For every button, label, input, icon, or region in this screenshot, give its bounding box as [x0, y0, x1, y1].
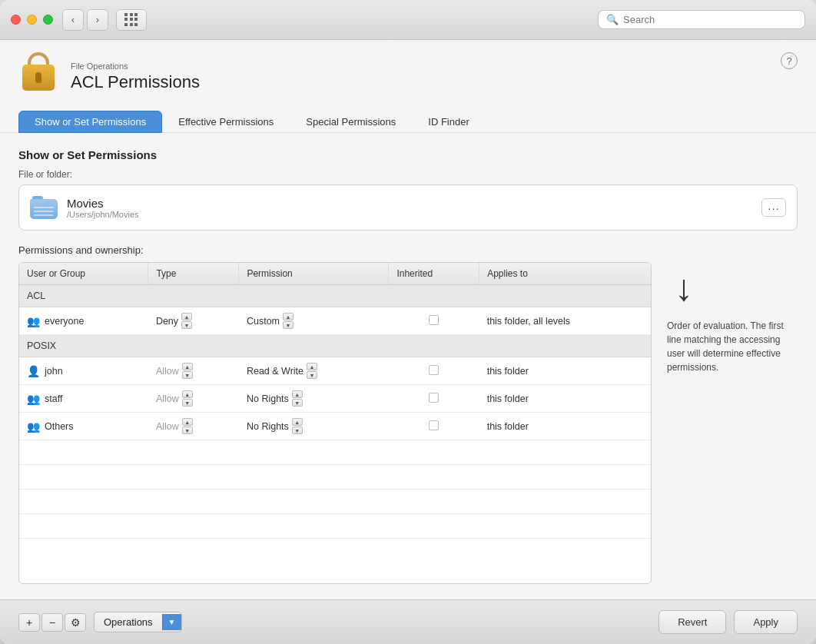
stepper-down[interactable]: ▼	[182, 427, 193, 434]
perm-stepper-down[interactable]: ▼	[292, 399, 303, 407]
gear-button[interactable]: ⚙	[65, 613, 86, 632]
tab-id-finder[interactable]: ID Finder	[412, 111, 485, 133]
permission-stepper-others[interactable]: ▲ ▼	[292, 418, 303, 434]
col-permission: Permission	[239, 263, 389, 285]
forward-button[interactable]: ›	[87, 9, 108, 31]
file-path: /Users/john/Movies	[67, 210, 761, 219]
lock-keyhole	[35, 72, 41, 83]
maximize-button[interactable]	[43, 15, 53, 25]
search-input[interactable]	[623, 14, 797, 25]
inherited-cell-staff	[389, 385, 479, 413]
applies-to-cell-staff: this folder	[479, 385, 651, 413]
down-arrow-icon: ↓	[675, 270, 693, 307]
order-text: Order of evaluation. The first line matc…	[667, 319, 798, 374]
type-text: Deny	[156, 316, 178, 327]
app-title: ACL Permissions	[71, 72, 798, 92]
stepper-down[interactable]: ▼	[181, 321, 192, 329]
operations-button[interactable]: Operations ▼	[94, 612, 182, 632]
revert-button[interactable]: Revert	[658, 610, 726, 634]
table-row: 👥 staff Allow ▲ ▼	[19, 385, 651, 413]
search-icon: 🔍	[606, 14, 619, 25]
close-button[interactable]	[11, 15, 21, 25]
grid-view-button[interactable]	[116, 9, 147, 31]
perm-stepper-up[interactable]: ▲	[283, 313, 294, 320]
person-icon: 👤	[27, 365, 40, 377]
type-cell-others: Allow ▲ ▼	[148, 413, 239, 440]
tab-special-permissions[interactable]: Special Permissions	[290, 111, 412, 133]
inherited-checkbox[interactable]	[429, 393, 439, 403]
permission-text: No Rights	[247, 421, 289, 432]
permissions-label: Permissions and ownership:	[18, 244, 798, 256]
file-info: Movies /Users/john/Movies	[67, 197, 761, 219]
panel: Show or Set Permissions File or folder: …	[0, 133, 816, 599]
empty-row	[19, 440, 651, 465]
group-posix: POSIX	[19, 335, 651, 357]
user-cell-everyone: 👥 everyone	[19, 307, 148, 335]
permission-text: Custom	[247, 316, 280, 327]
user-name: john	[45, 366, 63, 377]
bottom-bar: + − ⚙ Operations ▼ Revert Apply	[0, 599, 816, 644]
main-window: ‹ › 🔍	[0, 0, 816, 644]
stepper-up[interactable]: ▲	[182, 363, 193, 370]
type-cell-staff: Allow ▲ ▼	[148, 385, 239, 413]
perm-stepper-up[interactable]: ▲	[292, 390, 303, 398]
inherited-checkbox[interactable]	[429, 365, 439, 375]
empty-row	[19, 490, 651, 514]
inherited-cell	[389, 307, 479, 335]
help-button[interactable]: ?	[781, 52, 798, 69]
user-cell-others: 👥 Others	[19, 413, 148, 440]
permission-stepper-john[interactable]: ▲ ▼	[307, 363, 317, 379]
table-row: 👤 john Allow ▲ ▼	[19, 357, 651, 385]
perm-stepper-down[interactable]: ▼	[283, 321, 294, 329]
perm-stepper-down[interactable]: ▼	[307, 371, 317, 379]
permission-text: Read & Write	[247, 366, 304, 377]
remove-button[interactable]: −	[41, 613, 63, 632]
titlebar: ‹ › 🔍	[0, 0, 816, 40]
type-text: Allow	[156, 366, 179, 377]
type-stepper-others[interactable]: ▲ ▼	[182, 418, 193, 434]
file-selector: Movies /Users/john/Movies ···	[18, 184, 798, 231]
content-area: File Operations ACL Permissions ? Show o…	[0, 40, 816, 599]
ellipsis-button[interactable]: ···	[761, 198, 786, 217]
minimize-button[interactable]	[27, 15, 37, 25]
empty-row	[19, 514, 651, 539]
perm-stepper-down[interactable]: ▼	[292, 427, 303, 434]
back-button[interactable]: ‹	[62, 9, 84, 31]
type-stepper-john[interactable]: ▲ ▼	[182, 363, 193, 379]
traffic-lights	[11, 15, 53, 25]
stepper-down[interactable]: ▼	[182, 399, 193, 407]
perm-stepper-up[interactable]: ▲	[292, 418, 303, 426]
permission-cell-others: No Rights ▲ ▼	[239, 413, 389, 440]
file-label: File or folder:	[18, 169, 798, 180]
type-stepper[interactable]: ▲ ▼	[181, 313, 192, 329]
stepper-up[interactable]: ▲	[181, 313, 192, 320]
tab-show-set-permissions[interactable]: Show or Set Permissions	[18, 111, 162, 133]
inherited-checkbox[interactable]	[429, 420, 439, 430]
lock-body	[18, 52, 58, 91]
inherited-cell-others	[389, 413, 479, 440]
type-stepper-staff[interactable]: ▲ ▼	[182, 390, 193, 407]
stepper-up[interactable]: ▲	[182, 418, 193, 426]
user-name: everyone	[45, 316, 84, 327]
user-cell-john: 👤 john	[19, 357, 148, 385]
tab-effective-permissions[interactable]: Effective Permissions	[162, 111, 290, 133]
inherited-checkbox[interactable]	[429, 315, 439, 325]
add-button[interactable]: +	[18, 613, 40, 632]
app-header: File Operations ACL Permissions ?	[0, 40, 816, 111]
stepper-down[interactable]: ▼	[182, 371, 193, 379]
permission-stepper[interactable]: ▲ ▼	[283, 313, 294, 329]
empty-row	[19, 465, 651, 490]
apply-button[interactable]: Apply	[734, 610, 798, 634]
table-row: 👥 Others Allow ▲ ▼	[19, 413, 651, 440]
perm-stepper-up[interactable]: ▲	[307, 363, 317, 370]
col-user-group: User or Group	[19, 263, 148, 285]
group-acl-label: ACL	[19, 285, 651, 307]
permission-stepper-staff[interactable]: ▲ ▼	[292, 390, 303, 407]
stepper-up[interactable]: ▲	[182, 390, 193, 398]
group-icon: 👥	[27, 315, 40, 327]
tabs-container: Show or Set Permissions Effective Permis…	[0, 111, 816, 133]
type-text: Allow	[156, 393, 179, 404]
app-title-area: File Operations ACL Permissions	[71, 61, 798, 92]
file-name: Movies	[67, 197, 761, 210]
bottom-right: Revert Apply	[658, 610, 798, 634]
